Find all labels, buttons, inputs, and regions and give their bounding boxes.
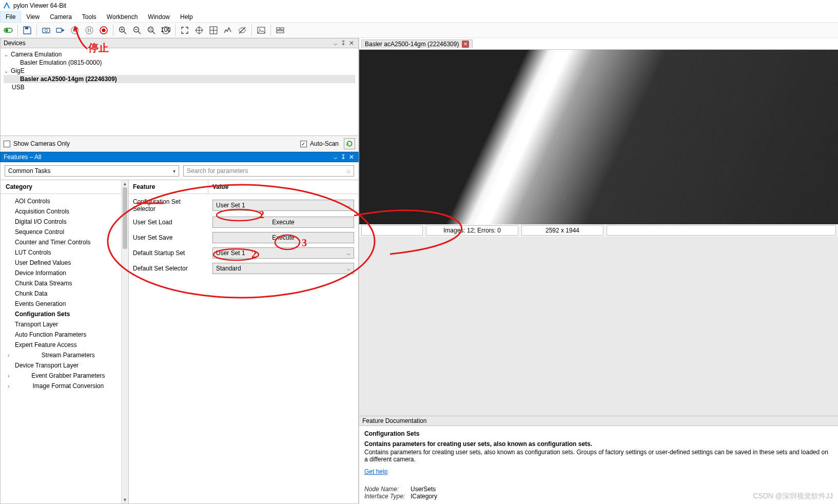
doc-summary: Contains parameters for creating user se… — [364, 440, 833, 448]
menu-window[interactable]: Window — [143, 12, 175, 22]
category-item[interactable]: Counter and Timer Controls› — [1, 237, 128, 247]
doc-desc: Contains parameters for creating user se… — [364, 449, 833, 463]
stop-icon[interactable] — [69, 24, 81, 36]
crosshair-icon[interactable] — [193, 24, 205, 36]
refresh-icon[interactable] — [344, 138, 355, 149]
category-item[interactable]: Device Transport Layer› — [1, 360, 128, 371]
status-images: Images: 12; Errors: 0 — [426, 225, 518, 236]
close-tab-icon[interactable]: ✕ — [462, 41, 469, 48]
menu-file[interactable]: File — [0, 11, 21, 23]
watermark: CSDN @深圳视觉软件JJ — [753, 492, 833, 501]
close-icon[interactable]: ✕ — [348, 40, 355, 47]
feature-row: Configuration Set SelectorUser Set 1 — [129, 196, 358, 215]
tree-camera[interactable]: Basler acA2500-14gm (22246309) — [4, 75, 355, 83]
svg-rect-10 — [90, 28, 91, 32]
get-help-link[interactable]: Get help — [364, 468, 387, 475]
svg-point-4 — [45, 29, 48, 32]
panel-icon[interactable] — [274, 24, 286, 36]
category-item[interactable]: Acquisition Controls› — [1, 206, 128, 217]
camera-image-view — [359, 50, 838, 224]
feature-row: Default Set SelectorStandard — [129, 261, 358, 276]
record-icon[interactable] — [98, 24, 110, 36]
category-item[interactable]: ›Event Grabber Parameters› — [1, 371, 128, 381]
svg-rect-7 — [73, 29, 76, 32]
feature-row: User Set SaveExecute — [129, 230, 358, 245]
auto-scan-checkbox[interactable]: ✓Auto-Scan — [300, 140, 339, 147]
collapse-icon[interactable]: ⌵ — [332, 40, 339, 47]
category-item[interactable]: Chunk Data Streams› — [1, 278, 128, 288]
common-tasks-dropdown[interactable]: Common Tasks — [5, 165, 179, 177]
save-icon[interactable] — [21, 24, 33, 36]
node-name-label: Node Name: — [364, 486, 411, 493]
image-icon[interactable] — [255, 24, 267, 36]
collapse-icon[interactable]: ⌵ — [332, 153, 339, 161]
menu-help[interactable]: Help — [175, 12, 198, 22]
category-item[interactable]: AOI Controls› — [1, 196, 128, 206]
pin-icon[interactable]: ↧ — [340, 40, 347, 47]
feature-name: User Set Save — [129, 233, 208, 242]
menu-workbench[interactable]: Workbench — [102, 12, 143, 22]
category-item[interactable]: User Defined Values› — [1, 258, 128, 268]
category-item[interactable]: Auto Function Parameters› — [1, 329, 128, 340]
tree-camera-emulation[interactable]: ⌄Camera Emulation — [4, 50, 355, 59]
pin-icon[interactable]: ↧ — [340, 153, 347, 161]
visibility-icon[interactable] — [236, 24, 248, 36]
category-item[interactable]: Digital I/O Controls› — [1, 217, 128, 227]
doc-header: Feature Documentation — [359, 416, 838, 426]
zoom-fit-icon[interactable] — [145, 24, 158, 36]
category-item[interactable]: Sequence Control› — [1, 227, 128, 237]
feature-dropdown[interactable]: User Set 1 — [212, 200, 354, 211]
category-item[interactable]: Expert Feature Access› — [1, 340, 128, 350]
menu-tools[interactable]: Tools — [77, 12, 102, 22]
snap-single-icon[interactable] — [40, 24, 52, 36]
svg-rect-3 — [43, 28, 50, 33]
menu-view[interactable]: View — [21, 12, 45, 22]
category-item[interactable]: Transport Layer› — [1, 319, 128, 329]
value-column-header: Value — [208, 180, 358, 193]
show-cameras-only-checkbox[interactable]: Show Cameras Only — [4, 140, 70, 147]
feature-dropdown[interactable]: Standard — [212, 263, 354, 274]
category-header: Category — [1, 180, 128, 194]
category-item[interactable]: ›Image Format Conversion› — [1, 381, 128, 391]
zoom-out-icon[interactable] — [131, 24, 143, 36]
status-empty2 — [607, 225, 836, 236]
scrollbar[interactable]: ▲▼ — [121, 180, 128, 503]
zoom-in-icon[interactable] — [116, 24, 129, 36]
svg-line-18 — [138, 31, 141, 34]
execute-button[interactable]: Execute — [212, 232, 354, 243]
image-tab[interactable]: Basler acA2500-14gm (22246309) ✕ — [361, 40, 473, 48]
svg-line-14 — [124, 31, 126, 34]
grid-icon[interactable] — [207, 24, 220, 36]
pause-icon[interactable] — [83, 24, 95, 36]
menu-camera[interactable]: Camera — [45, 12, 77, 22]
svg-rect-34 — [281, 28, 284, 30]
category-item[interactable]: LUT Controls› — [1, 247, 128, 258]
tree-basler-emulation[interactable]: Basler Emulation (0815-0000) — [4, 59, 355, 67]
category-item[interactable]: Device Information› — [1, 268, 128, 278]
execute-button[interactable]: Execute — [212, 217, 354, 228]
close-icon[interactable]: ✕ — [348, 153, 355, 161]
node-name-value: UserSets — [411, 486, 436, 493]
toggle-icon[interactable] — [2, 24, 14, 36]
category-item[interactable]: Events Generation› — [1, 299, 128, 309]
svg-rect-2 — [25, 27, 28, 29]
svg-point-1 — [5, 29, 8, 32]
fullscreen-icon[interactable] — [179, 24, 191, 36]
svg-point-8 — [86, 27, 93, 34]
svg-rect-35 — [277, 31, 284, 33]
category-item[interactable]: Chunk Data› — [1, 288, 128, 299]
search-input[interactable]: Search for parameters — [183, 165, 354, 177]
category-item[interactable]: ›Stream Parameters› — [1, 350, 128, 360]
feature-row: Default Startup SetUser Set 1 — [129, 245, 358, 261]
feature-dropdown[interactable]: User Set 1 — [212, 247, 354, 259]
tree-gige[interactable]: ⌄GigE — [4, 67, 355, 75]
svg-rect-5 — [56, 28, 62, 32]
histogram-icon[interactable] — [222, 24, 234, 36]
feature-row: User Set LoadExecute — [129, 215, 358, 230]
snap-continuous-icon[interactable] — [54, 24, 67, 36]
svg-text:100: 100 — [161, 26, 170, 33]
tree-usb[interactable]: USB — [4, 83, 355, 91]
zoom-100-icon[interactable]: 100 — [160, 24, 172, 36]
category-item[interactable]: Configuration Sets› — [1, 309, 128, 319]
svg-rect-9 — [88, 28, 89, 32]
